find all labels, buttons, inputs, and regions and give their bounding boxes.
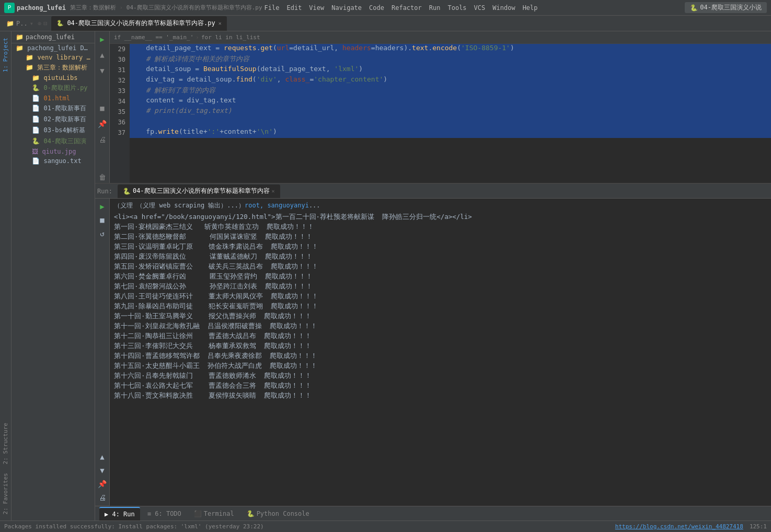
right-tab[interactable]: 🐍 04-爬取三国演义小说 xyxy=(685,2,767,13)
run-tab-main[interactable]: 🐍 04-爬取三国演义小说所有的章节标题和章节内容 ✕ xyxy=(118,184,280,198)
print-tool-icon[interactable]: 🖨 xyxy=(97,134,108,145)
menu-code[interactable]: Code xyxy=(369,4,384,11)
status-right: https://blog.csdn.net/weixin_44827418 12… xyxy=(615,523,767,530)
chapter3-icon: 📁 xyxy=(26,64,33,71)
right-tab-icon: 🐍 xyxy=(690,4,698,11)
tab-close-button[interactable]: ✕ xyxy=(218,20,222,26)
run-play-button[interactable]: ▶ xyxy=(97,201,108,212)
code-lines-container: 29 30 31 32 33 34 35 36 37 xyxy=(110,44,771,183)
run-rerun-button[interactable]: ↺ xyxy=(97,228,108,239)
run-tab-bar: Run: 🐍 04-爬取三国演义小说所有的章节标题和章节内容 ✕ xyxy=(95,184,771,199)
content-area: 1: Project 2: Structure 2: Favorites 📁 p… xyxy=(0,31,771,521)
run-pin-button[interactable]: 📌 xyxy=(97,478,108,490)
sidebar-item-file5[interactable]: 🐍 04-爬取三国演 xyxy=(11,136,95,147)
output-line-18: 第十八回·贾文和料敌决胜 夏侯惇拔矢啖睛 爬取成功！！！ xyxy=(114,390,767,400)
status-url[interactable]: https://blog.csdn.net/weixin_44827418 xyxy=(615,523,743,530)
file4-label: 03-bs4解析基 xyxy=(43,126,85,134)
output-line-10: 第一十回·勤王室马腾举义 报父仇曹操兴师 爬取成功！！！ xyxy=(114,311,767,321)
menu-navigate[interactable]: Navigate xyxy=(331,4,362,11)
menu-vcs[interactable]: VCS xyxy=(474,4,486,11)
run-tab-run-label: ▶ 4: Run xyxy=(105,511,135,518)
menu-run[interactable]: Run xyxy=(429,4,441,11)
code-line-29: detail_page_text = requests.get(url=deta… xyxy=(130,44,771,54)
python-console-icon: 🐍 xyxy=(247,510,255,517)
code-editor: if __name__ == '_main_' › for li in li_l… xyxy=(110,31,771,183)
project-vtab[interactable]: 1: Project xyxy=(1,33,10,76)
sidebar-label: pachong_lufei xyxy=(26,33,75,41)
sidebar-item-file1[interactable]: 📄 01.html xyxy=(11,94,95,103)
left-tool-panel: ▶ ▲ ▼ ■ 📌 🖨 🗑 xyxy=(95,31,110,183)
sidebar-item-chapter3[interactable]: 📁 第三章：数据解析 xyxy=(11,62,95,73)
run-tab-close[interactable]: ✕ xyxy=(272,188,275,194)
sidebar-item-venv[interactable]: 📁 venv library roo xyxy=(11,53,95,62)
sidebar-item-file3[interactable]: 📄 02-爬取新事百 xyxy=(11,114,95,125)
sidebar-item-file4[interactable]: 📄 03-bs4解析基 xyxy=(11,125,95,136)
delete-tool-icon[interactable]: 🗑 xyxy=(97,171,108,183)
py-file-icon: 🐍 xyxy=(56,20,64,27)
run-section: Run: 🐍 04-爬取三国演义小说所有的章节标题和章节内容 ✕ ▶ ■ ↺ xyxy=(95,183,771,506)
line-num-35: 35 xyxy=(110,107,130,117)
menu-file[interactable]: File xyxy=(264,4,280,11)
run-scroll-up-button[interactable]: ▲ xyxy=(97,451,108,462)
bottom-tab-python-console[interactable]: 🐍 Python Console xyxy=(241,507,315,521)
run-stop-button[interactable]: ■ xyxy=(97,214,108,226)
sidebar-item-file2[interactable]: 📄 01-爬取新事百 xyxy=(11,103,95,114)
output-line-12: 第十二回·陶恭祖三让徐州 曹孟德大战吕布 爬取成功！！！ xyxy=(114,331,767,341)
stop-tool-icon[interactable]: ■ xyxy=(97,102,108,114)
code-line-37: fp.write(title+':'+content+'\n') xyxy=(130,128,771,138)
breadcrumb-path: 第三章：数据解析 › 04-爬取三国演义小说所有的章节标题和章节内容.py xyxy=(70,4,262,11)
project-name: pachong_lufei xyxy=(17,4,66,11)
breadcrumb-sep-1: › xyxy=(195,34,199,41)
output-line-7: 第七回·袁绍磐河战公孙 孙坚跨江击刘表 爬取成功！！！ xyxy=(114,281,767,291)
sidebar-item-file7[interactable]: 📄 sanguo.txt xyxy=(11,156,95,166)
menu-refactor[interactable]: Refactor xyxy=(392,4,422,11)
line-num-30: 30 xyxy=(110,54,130,65)
output-line-11: 第十一回·刘皇叔北海救孔融 吕温侯濮阳破曹操 爬取成功！！！ xyxy=(114,321,767,331)
run-output-text[interactable]: （义理 （义理 web scraping 输出）...）root, sanguo… xyxy=(110,199,771,402)
code-line-33: # 解析到了章节的内容 xyxy=(130,86,771,96)
code-line-35: # print(div_tag.text) xyxy=(130,107,771,117)
structure-vtab[interactable]: 2: Structure xyxy=(1,419,10,468)
sidebar-item-file6[interactable]: 🖼 qiutu.jpg xyxy=(11,147,95,156)
menu-tools[interactable]: Tools xyxy=(447,4,466,11)
line-num-33: 33 xyxy=(110,86,130,96)
sidebar-item-file0[interactable]: 🐍 0-爬取图片.py xyxy=(11,83,95,94)
run-print-button[interactable]: 🖨 xyxy=(97,492,108,503)
txt-icon-3: 📄 xyxy=(32,115,40,123)
tab-bar: 📁 P.. ▾ ⊕ ⊟ 🐍 04-爬取三国演义小说所有的章节标题和章节内容.py… xyxy=(0,16,771,31)
main-editor-tab[interactable]: 🐍 04-爬取三国演义小说所有的章节标题和章节内容.py ✕ xyxy=(51,16,226,31)
sidebar-item-root[interactable]: 📁 pachong_lufei D:\C xyxy=(11,43,95,53)
file7-label: sanguo.txt xyxy=(43,157,81,165)
output-line-17: 第十七回·袁公路大起七军 曹孟德会合三将 爬取成功！！！ xyxy=(114,380,767,390)
code-line-30: # 解析成详情页中相关的章节内容 xyxy=(130,54,771,65)
line-num-31: 31 xyxy=(110,65,130,75)
run-tool-icon[interactable]: ▶ xyxy=(97,33,108,45)
scroll-down-tool-icon[interactable]: ▼ xyxy=(97,65,108,76)
bottom-tab-terminal[interactable]: ⬛ Terminal xyxy=(189,507,239,521)
sidebar-item-qiutulibs[interactable]: 📁 qiutuLibs xyxy=(11,73,95,83)
venv-icon: 📁 xyxy=(26,54,33,61)
sidebar-header: 📁 pachong_lufei xyxy=(11,31,95,43)
menu-view[interactable]: View xyxy=(309,4,324,11)
project-icon[interactable]: 📁 P.. ▾ ⊕ ⊟ xyxy=(2,20,51,27)
favorites-vtab[interactable]: 2: Favorites xyxy=(1,469,10,518)
sidebar-project-label: 📁 xyxy=(16,33,24,41)
bottom-tab-run[interactable]: ▶ 4: Run xyxy=(99,507,140,521)
code-content-area[interactable]: 29 30 31 32 33 34 35 36 37 xyxy=(110,44,771,183)
output-line-13: 第十三回·李傕郭汜大交兵 杨奉董承双救驾 爬取成功！！！ xyxy=(114,341,767,351)
menu-help[interactable]: Help xyxy=(523,4,538,11)
pin-tool-icon[interactable]: 📌 xyxy=(97,118,108,130)
output-line-2: 第二回·张翼德怒鞭督邮 何国舅谋诛宦竖 爬取成功！！！ xyxy=(114,232,767,241)
scroll-up-tool-icon[interactable]: ▲ xyxy=(97,49,108,61)
run-scroll-down-button[interactable]: ▼ xyxy=(97,465,108,476)
bottom-tab-todo[interactable]: ≡ 6: TODO xyxy=(142,507,187,521)
menu-window[interactable]: Window xyxy=(492,4,515,11)
requests-get-fn: requests xyxy=(224,44,257,52)
chapter-folder-crumb: 第三章：数据解析 xyxy=(70,4,116,11)
root-label: pachong_lufei D:\C xyxy=(27,44,95,52)
run-tab-icon: 🐍 xyxy=(123,188,131,195)
menu-edit[interactable]: Edit xyxy=(286,4,302,11)
file2-label: 01-爬取新事百 xyxy=(43,105,86,112)
editor-breadcrumb: if __name__ == '_main_' › for li in li_l… xyxy=(110,31,771,44)
txt-icon-7: 📄 xyxy=(32,157,40,165)
